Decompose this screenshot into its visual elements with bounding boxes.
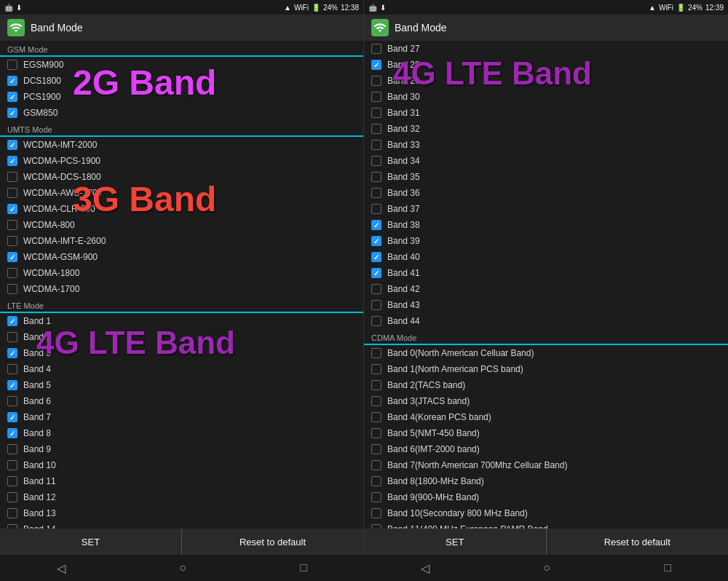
umts-800[interactable]: WCDMA-800 (0, 217, 363, 233)
r-lte-band42-checkbox[interactable] (371, 284, 381, 294)
cdma-band11-checkbox[interactable] (371, 524, 381, 529)
r-lte-band44[interactable]: Band 44 (364, 313, 728, 329)
right-reset-button[interactable]: Reset to default (547, 529, 729, 555)
lte-band11-checkbox[interactable] (7, 476, 17, 486)
r-lte-band28[interactable]: Band 28 (364, 57, 728, 73)
lte-band2[interactable]: Band 2 (0, 329, 363, 345)
r-lte-band40-checkbox[interactable] (371, 252, 381, 262)
left-scroll-area[interactable]: GSM Mode EGSM900 DCS1800 PCS1900 (0, 41, 363, 529)
umts-pcs1900-checkbox[interactable] (7, 156, 17, 166)
right-scroll-area[interactable]: Band 27 Band 28 Band 29 Band 30 (364, 41, 728, 529)
cdma-band10-checkbox[interactable] (371, 508, 381, 518)
umts-1800[interactable]: WCDMA-1800 (0, 265, 363, 281)
cdma-band8[interactable]: Band 8(1800-MHz Band) (364, 473, 728, 489)
r-lte-band34-checkbox[interactable] (371, 156, 381, 166)
right-back-button[interactable]: ◁ (406, 557, 444, 580)
r-lte-band36[interactable]: Band 36 (364, 185, 728, 201)
cdma-band7[interactable]: Band 7(North American 700Mhz Celluar Ban… (364, 457, 728, 473)
cdma-band0-checkbox[interactable] (371, 348, 381, 358)
r-lte-band43-checkbox[interactable] (371, 300, 381, 310)
right-set-button[interactable]: SET (364, 529, 546, 555)
lte-band6[interactable]: Band 6 (0, 393, 363, 409)
r-lte-band28-checkbox[interactable] (371, 60, 381, 70)
r-lte-band27-checkbox[interactable] (371, 44, 381, 54)
lte-band7[interactable]: Band 7 (0, 409, 363, 425)
umts-clr850-checkbox[interactable] (7, 204, 17, 214)
r-lte-band37[interactable]: Band 37 (364, 201, 728, 217)
left-reset-button[interactable]: Reset to default (182, 529, 363, 555)
lte-band2-checkbox[interactable] (7, 332, 17, 342)
lte-band9[interactable]: Band 9 (0, 441, 363, 457)
r-lte-band36-checkbox[interactable] (371, 188, 381, 198)
umts-pcs1900[interactable]: WCDMA-PCS-1900 (0, 153, 363, 169)
lte-band14-checkbox[interactable] (7, 524, 17, 529)
cdma-band2-checkbox[interactable] (371, 380, 381, 390)
cdma-band10[interactable]: Band 10(Secondary 800 MHz Band) (364, 505, 728, 521)
r-lte-band29-checkbox[interactable] (371, 76, 381, 86)
lte-band10-checkbox[interactable] (7, 460, 17, 470)
lte-band13-checkbox[interactable] (7, 508, 17, 518)
cdma-band6-checkbox[interactable] (371, 444, 381, 454)
r-lte-band42[interactable]: Band 42 (364, 281, 728, 297)
umts-imt-e2600-checkbox[interactable] (7, 236, 17, 246)
r-lte-band32[interactable]: Band 32 (364, 121, 728, 137)
r-lte-band40[interactable]: Band 40 (364, 249, 728, 265)
lte-band3[interactable]: Band 3 (0, 345, 363, 361)
r-lte-band30[interactable]: Band 30 (364, 89, 728, 105)
gsm-egsm900-checkbox[interactable] (7, 60, 17, 70)
r-lte-band37-checkbox[interactable] (371, 204, 381, 214)
r-lte-band38-checkbox[interactable] (371, 220, 381, 230)
umts-1700[interactable]: WCDMA-1700 (0, 281, 363, 297)
cdma-band9-checkbox[interactable] (371, 492, 381, 502)
cdma-band11[interactable]: Band 11(400 MHz European PAMR Band (364, 521, 728, 529)
umts-1700-checkbox[interactable] (7, 284, 17, 294)
umts-gsm900[interactable]: WCDMA-GSM-900 (0, 249, 363, 265)
r-lte-band39[interactable]: Band 39 (364, 233, 728, 249)
lte-band5-checkbox[interactable] (7, 380, 17, 390)
r-lte-band32-checkbox[interactable] (371, 124, 381, 134)
cdma-band3-checkbox[interactable] (371, 396, 381, 406)
lte-band10[interactable]: Band 10 (0, 457, 363, 473)
cdma-band7-checkbox[interactable] (371, 460, 381, 470)
lte-band12[interactable]: Band 12 (0, 489, 363, 505)
r-lte-band31[interactable]: Band 31 (364, 105, 728, 121)
lte-band7-checkbox[interactable] (7, 412, 17, 422)
umts-imt2000[interactable]: WCDMA-IMT-2000 (0, 137, 363, 153)
right-recents-button[interactable]: □ (649, 557, 686, 579)
umts-imt-e2600[interactable]: WCDMA-IMT-E-2600 (0, 233, 363, 249)
cdma-band4-checkbox[interactable] (371, 412, 381, 422)
gsm-egsm900[interactable]: EGSM900 (0, 57, 363, 73)
umts-clr850[interactable]: WCDMA-CLR-850 (0, 201, 363, 217)
lte-band8[interactable]: Band 8 (0, 425, 363, 441)
r-lte-band27[interactable]: Band 27 (364, 41, 728, 57)
r-lte-band35[interactable]: Band 35 (364, 169, 728, 185)
cdma-band5[interactable]: Band 5(NMT-450 Band) (364, 425, 728, 441)
r-lte-band35-checkbox[interactable] (371, 172, 381, 182)
r-lte-band33[interactable]: Band 33 (364, 137, 728, 153)
lte-band6-checkbox[interactable] (7, 396, 17, 406)
lte-band9-checkbox[interactable] (7, 444, 17, 454)
left-home-button[interactable]: ○ (165, 557, 201, 579)
lte-band1[interactable]: Band 1 (0, 313, 363, 329)
umts-1800-checkbox[interactable] (7, 268, 17, 278)
lte-band5[interactable]: Band 5 (0, 377, 363, 393)
r-lte-band44-checkbox[interactable] (371, 316, 381, 326)
r-lte-band43[interactable]: Band 43 (364, 297, 728, 313)
r-lte-band41[interactable]: Band 41 (364, 265, 728, 281)
lte-band13[interactable]: Band 13 (0, 505, 363, 521)
umts-gsm900-checkbox[interactable] (7, 252, 17, 262)
umts-dcs1800[interactable]: WCDMA-DCS-1800 (0, 169, 363, 185)
cdma-band5-checkbox[interactable] (371, 428, 381, 438)
gsm-pcs1900[interactable]: PCS1900 (0, 89, 363, 105)
r-lte-band29[interactable]: Band 29 (364, 73, 728, 89)
cdma-band8-checkbox[interactable] (371, 476, 381, 486)
lte-band4-checkbox[interactable] (7, 364, 17, 374)
lte-band14[interactable]: Band 14 (0, 521, 363, 529)
lte-band12-checkbox[interactable] (7, 492, 17, 502)
r-lte-band41-checkbox[interactable] (371, 268, 381, 278)
umts-imt2000-checkbox[interactable] (7, 140, 17, 150)
cdma-band1-checkbox[interactable] (371, 364, 381, 374)
umts-aws1700-checkbox[interactable] (7, 188, 17, 198)
umts-aws1700[interactable]: WCDMA-AWS-1700 (0, 185, 363, 201)
r-lte-band30-checkbox[interactable] (371, 92, 381, 102)
